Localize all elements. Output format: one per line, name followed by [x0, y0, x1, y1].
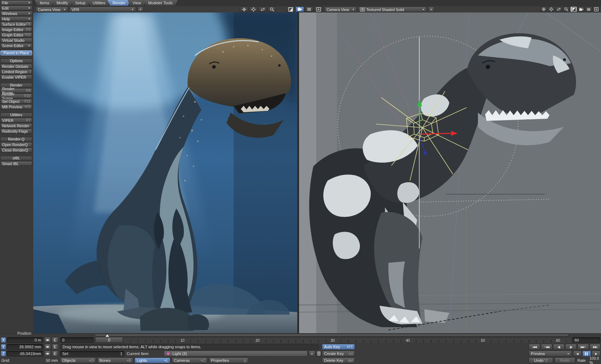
- network-render-button[interactable]: Network Render: [0, 123, 32, 128]
- menu-windows[interactable]: Windows▼: [0, 11, 32, 16]
- rate-value: 100.0 %: [590, 358, 600, 363]
- bones-mode-button[interactable]: Bones+B: [97, 358, 133, 363]
- menu-edit[interactable]: Edit▼: [0, 6, 32, 10]
- tab-modeler-tools[interactable]: Modeler Tools: [143, 0, 177, 6]
- next-key-button[interactable]: ▶▶+: [577, 344, 589, 350]
- item-list-button[interactable]: [316, 351, 321, 356]
- z-position-field[interactable]: -65.0419mm: [7, 351, 43, 356]
- y-envelope-button[interactable]: E: [52, 344, 58, 350]
- current-item-chevron-button[interactable]: ▼: [309, 351, 315, 356]
- close-renderq-button[interactable]: Close RenderQ: [0, 148, 32, 152]
- left-viewport-vpr[interactable]: [33, 13, 297, 333]
- surface-editor-button[interactable]: Surface EditorF5: [0, 22, 32, 26]
- chevron-down-icon: ▼: [567, 353, 570, 355]
- camera-icon[interactable]: [578, 6, 585, 12]
- expand-icon[interactable]: [570, 6, 577, 12]
- timeline-ruler[interactable]: 10 20 30 40 50 60: [96, 337, 570, 343]
- tab-view[interactable]: View: [128, 0, 146, 6]
- chevron-down-icon: ▼: [63, 8, 66, 11]
- objects-mode-button[interactable]: Objects+O: [60, 358, 96, 363]
- sel-object-button[interactable]: Sel ObjectF11: [0, 99, 32, 104]
- left-view-type-dropdown[interactable]: Camera View▼: [36, 7, 68, 12]
- step-back-button[interactable]: ◀||: [553, 344, 565, 350]
- right-view-type-dropdown[interactable]: Camera View▼: [324, 7, 357, 12]
- tab-utilities[interactable]: Utilities: [88, 0, 110, 6]
- delete-key-button[interactable]: Delete Keydel: [322, 358, 355, 363]
- z-stepper[interactable]: ◀▶: [44, 351, 51, 356]
- pause-button[interactable]: ▌▌: [582, 351, 591, 356]
- open-renderq-button[interactable]: Open RenderQ: [0, 142, 32, 147]
- tab-render[interactable]: Render: [108, 0, 131, 6]
- orbit-icon[interactable]: [258, 6, 267, 12]
- right-viewport-options-dropdown[interactable]: ▼: [428, 7, 434, 12]
- scene-editor-button[interactable]: Scene Editor▼: [0, 43, 32, 48]
- zoom-icon[interactable]: [563, 6, 570, 12]
- timeline-slider-handle[interactable]: 0: [95, 337, 123, 343]
- menu-icon[interactable]: [305, 6, 313, 12]
- left-render-mode-dropdown[interactable]: VPR▼: [69, 7, 136, 12]
- current-item-dropdown[interactable]: Light (3): [164, 351, 308, 356]
- smart-ibl-button[interactable]: Smart IBL: [0, 161, 32, 166]
- tab-items[interactable]: Items: [35, 0, 54, 6]
- tab-modify[interactable]: Modify: [52, 0, 73, 6]
- radiosity-flags-button[interactable]: Radiosity Flags: [0, 129, 32, 133]
- viper-button[interactable]: VIPERF7: [0, 118, 32, 123]
- undo-button[interactable]: Undo^Z: [529, 358, 553, 363]
- position-label: Position: [6, 331, 42, 335]
- play-button[interactable]: ▶: [592, 351, 601, 356]
- grid-value: 50 mm: [29, 358, 58, 363]
- lights-mode-button[interactable]: Lights+L: [135, 358, 170, 363]
- tab-setup[interactable]: Setup: [70, 0, 91, 6]
- zoom-icon[interactable]: [268, 6, 276, 12]
- tick-label: 60: [556, 339, 560, 343]
- menu-file[interactable]: File▼: [0, 0, 32, 5]
- left-viewport-options-dropdown[interactable]: ▼: [137, 7, 143, 12]
- redo-button[interactable]: Redo: [554, 358, 575, 363]
- section-header-utilities: Utilities: [0, 113, 32, 117]
- cameras-mode-button[interactable]: Cameras+C: [172, 358, 207, 363]
- render-scene-button[interactable]: Render SceneF10: [0, 94, 32, 98]
- step-forward-button[interactable]: ||▶: [565, 344, 577, 350]
- y-stepper[interactable]: ◀▶: [44, 344, 51, 350]
- x-envelope-button[interactable]: E: [52, 337, 58, 343]
- create-key-button[interactable]: Create Keyret: [322, 351, 355, 356]
- right-viewport-opengl[interactable]: [299, 13, 601, 333]
- z-envelope-button[interactable]: E: [52, 351, 58, 356]
- limited-region-button[interactable]: Limited Regionl: [0, 69, 32, 74]
- go-start-button[interactable]: |◀◀: [529, 344, 540, 350]
- play-reverse-button[interactable]: ◀: [573, 351, 582, 356]
- x-position-field[interactable]: 0 m: [7, 337, 43, 343]
- restore-view-icon[interactable]: [314, 6, 323, 12]
- go-end-button[interactable]: ▶▶|: [590, 344, 601, 350]
- tick-label: 10: [180, 339, 184, 343]
- end-frame-field[interactable]: 60: [572, 337, 600, 343]
- tick-label: 20: [255, 339, 259, 343]
- enable-viper-button[interactable]: Enable VIPER: [0, 75, 32, 79]
- restore-view-icon[interactable]: [593, 6, 600, 12]
- render-globals-button[interactable]: Render Globals: [0, 64, 32, 69]
- image-editor-button[interactable]: Image EditorF6: [0, 27, 32, 32]
- preview-dropdown[interactable]: Preview▼: [529, 351, 572, 356]
- properties-button[interactable]: Propertiesp: [209, 358, 248, 363]
- orbit-icon[interactable]: [555, 6, 562, 12]
- pan-icon[interactable]: [540, 6, 547, 12]
- right-render-mode-dropdown[interactable]: T Textured Shaded Solid ▼: [358, 7, 427, 12]
- rotate-icon[interactable]: [548, 6, 554, 12]
- mb-preview-button[interactable]: MB Preview+F9: [0, 104, 32, 109]
- virtual-studio-button[interactable]: Virtual Studio: [0, 38, 32, 43]
- graph-editor-button[interactable]: Graph Editor^F2: [0, 33, 32, 37]
- x-stepper[interactable]: ◀▶: [44, 337, 51, 343]
- parent-in-place-button[interactable]: Parent in Place: [0, 50, 32, 55]
- y-position-field[interactable]: 39.9992 mm: [7, 344, 43, 350]
- auto-key-button[interactable]: Auto Key+F1: [322, 344, 355, 350]
- expand-icon[interactable]: [286, 6, 295, 12]
- timeline-range-bar[interactable]: [95, 334, 570, 336]
- prev-key-button[interactable]: +◀◀: [541, 344, 552, 350]
- menu-icon[interactable]: [585, 6, 592, 12]
- chevron-down-icon: ▼: [28, 1, 30, 4]
- pan-icon[interactable]: [240, 6, 248, 12]
- camera-icon[interactable]: [295, 6, 304, 12]
- current-frame-field[interactable]: 0: [60, 337, 94, 343]
- rotate-icon[interactable]: [249, 6, 258, 12]
- menu-help[interactable]: Help▼: [0, 16, 32, 21]
